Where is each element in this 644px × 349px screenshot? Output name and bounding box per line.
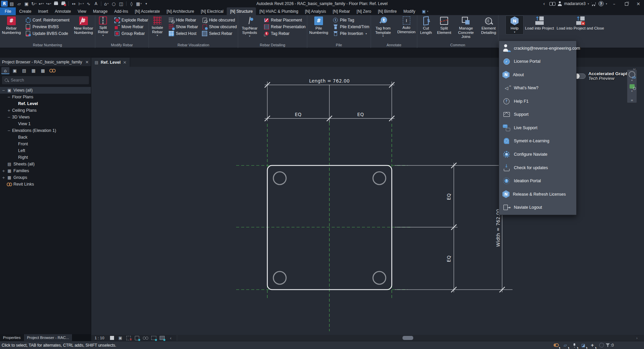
caret-down-icon[interactable] [631,90,633,93]
ribbon-tab[interactable]: Modify [400,7,419,15]
worksharing-icon[interactable] [598,343,605,348]
restore-button[interactable] [621,0,631,7]
measure-icon[interactable] [70,1,77,7]
pb-families-icon[interactable] [30,67,38,74]
ribbon-tab[interactable]: [N] Architecture [163,7,198,15]
ribbon-button[interactable]: Pile Insertion [331,30,371,37]
help-menu-item[interactable]: Naviate Logout [499,201,576,214]
ribbon-button[interactable]: Pile Extend/Trim [331,23,371,30]
panel-label[interactable]: Common [417,42,498,48]
tree-item[interactable]: + Groups [0,174,91,181]
scrollbar-thumb[interactable] [402,336,413,340]
ribbon-tab[interactable]: Annotate [51,7,74,15]
home-icon[interactable] [1,67,9,74]
sync-icon[interactable] [31,1,37,7]
bottom-panel-tab[interactable]: Properties [0,334,24,341]
text-icon[interactable] [93,1,99,7]
undo-icon[interactable] [38,1,45,7]
underlay-select-icon[interactable] [562,343,569,348]
ribbon-button[interactable]: Tag Rebar [263,30,307,37]
panel-label[interactable]: Annotate [371,42,417,48]
help-menu-item[interactable]: Release & Refresh Licenses [499,188,576,201]
ribbon-tab[interactable]: [N] Structure [227,7,256,15]
search-binoculars-icon[interactable] [549,1,555,6]
caret-down-icon[interactable] [631,79,633,82]
collapse-arrow-icon[interactable] [168,336,173,340]
ribbon-button[interactable]: Preview BVBS [24,23,71,30]
detail-level-icon[interactable] [109,336,115,340]
drag-select-icon[interactable] [589,343,596,348]
images-icon[interactable] [136,1,142,7]
ribbon-tab[interactable]: Manage [90,7,111,15]
pb-sheets-icon[interactable] [20,67,28,74]
help-menu-item[interactable]: Support [499,108,576,121]
tree-expander[interactable]: + [7,108,12,113]
tree-item[interactable]: − Elevations (Elevation 1) [0,127,91,134]
ribbon-button[interactable]: Group Rebar [113,30,149,37]
ribbon-button[interactable]: Show obscured [201,23,238,30]
ribbon-tab[interactable]: [N] Accelerate [131,7,163,15]
ribbon-tab[interactable]: Insert [35,7,51,15]
ribbon-button[interactable]: Load into Project [524,16,555,34]
ribbon-button[interactable]: Pile Tag [331,17,371,23]
face-select-icon[interactable] [580,343,587,348]
panel-label[interactable]: Pile [307,42,371,48]
help-menu-item[interactable]: Ideation Portal [499,174,576,188]
horizontal-scrollbar[interactable] [177,335,635,341]
ribbon-button[interactable]: Hide Rebar [167,17,199,23]
steering-wheel-icon[interactable]: 2D [629,71,635,78]
crop-region-icon[interactable] [160,336,165,340]
tree-item[interactable]: + Ceiling Plans [0,107,91,114]
print-icon[interactable] [53,1,59,7]
chevron-left-icon[interactable] [541,1,547,7]
eq-dimension-text[interactable]: EQ [357,112,364,117]
pb-groups-icon[interactable] [39,67,47,74]
tree-item[interactable]: Revit Links [0,181,91,188]
cart-icon[interactable] [591,1,596,6]
eq-dimension-text[interactable]: EQ [295,112,302,117]
ribbon-button[interactable]: Isolate Rebar [149,16,166,38]
ribbon-tab[interactable] [419,7,432,15]
close-icon[interactable] [123,60,126,65]
sphere-icon[interactable] [110,1,117,7]
ribbon-tab[interactable]: [N] Rebar [329,7,353,15]
qat-icon[interactable] [126,1,126,6]
ribbon-tab[interactable]: [N] HVAC & Plumbing [256,7,302,15]
view-tab[interactable]: Ref. Level [91,58,130,67]
tree-item[interactable]: + Families [0,167,91,174]
help-menu-item[interactable]: Help F1 [499,95,576,108]
pb-views-icon[interactable] [11,67,19,74]
ribbon-button[interactable]: Cut Length [417,16,435,40]
tree-item[interactable]: Sheets (all) [0,161,91,167]
tree-item[interactable]: Back [0,134,91,141]
open-icon[interactable] [16,1,22,7]
search-input[interactable]: Search [2,76,89,84]
help-menu-item[interactable]: Configure Naviate [499,148,576,161]
section-icon[interactable] [118,1,124,7]
help-menu-item[interactable]: Check for updates [499,161,576,174]
spline-icon[interactable] [85,1,92,7]
tree-item[interactable]: − Views (all) [0,87,91,94]
ribbon-button[interactable]: Update BVBS Code [24,30,71,37]
qat-icon[interactable] [68,1,69,6]
ribbon-button[interactable]: Element Detailing [479,16,498,40]
ribbon-tab[interactable]: Add-Ins [111,7,131,15]
tree-item[interactable]: Right [0,154,91,161]
help-menu-item[interactable]: What's New? [499,82,576,95]
ribbon-button[interactable]: Select Host [167,30,199,37]
ribbon-button[interactable]: Rebar Presentation [263,23,307,30]
ribbon-tab[interactable]: View [74,7,90,15]
tree-expander[interactable]: − [7,95,12,99]
visual-style-icon[interactable] [118,336,123,340]
ribbon-button[interactable]: Select Rebar [201,30,238,37]
save-icon[interactable] [23,1,30,7]
panel-label[interactable]: Modify Rebar [95,42,149,48]
ribbon-button[interactable]: Rebar Numbering [0,16,23,35]
pb-link-icon[interactable] [48,67,56,74]
username[interactable]: madararce3 [564,1,586,6]
tree-item[interactable]: − Floor Plans [0,94,91,100]
eq-dimension-text[interactable]: EQ [446,193,451,200]
shadows-icon[interactable] [135,336,140,340]
glasses-icon[interactable] [143,336,148,340]
panel-label[interactable]: Rebar Detailing [238,42,307,48]
